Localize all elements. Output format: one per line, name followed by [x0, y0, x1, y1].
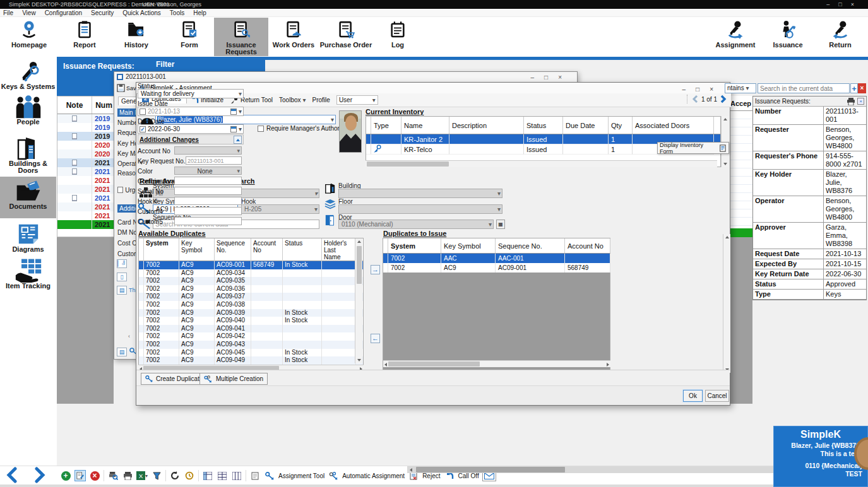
reject-button[interactable]: Reject	[422, 472, 440, 479]
ok-button[interactable]: Ok	[683, 390, 703, 402]
table-row[interactable]: 2021	[57, 176, 116, 185]
move-right-button[interactable]: →	[371, 265, 380, 274]
col-system[interactable]: System	[144, 238, 179, 262]
serial-no-input[interactable]	[174, 187, 242, 195]
duplicate-row[interactable]: 7002AC9AC09-043	[139, 341, 363, 349]
layout-columns-button[interactable]	[231, 470, 242, 481]
color-select[interactable]: None▾	[174, 167, 242, 175]
recipient-select[interactable]: Blazer, Julie (WB8376) ▾	[155, 115, 336, 124]
add-search-button[interactable]: +	[850, 83, 858, 93]
scroll-left-arrow[interactable]: ‹	[128, 333, 130, 339]
window-controls[interactable]: –□×	[826, 0, 863, 9]
table-row[interactable]: 2021	[57, 194, 116, 202]
duplicate-row[interactable]: 7002AC9AC09-001568749In Stock	[139, 261, 363, 269]
profile-select[interactable]: User▾	[336, 95, 378, 105]
col-key-symbol[interactable]: Key Symbol	[441, 238, 496, 253]
door-tool-icon[interactable]: ▏╝	[117, 259, 127, 268]
toolbar-assignment[interactable]: Assignment	[708, 18, 763, 56]
menu-item[interactable]: Configuration	[45, 9, 82, 16]
search-input[interactable]	[758, 83, 850, 93]
assignment-tool-button[interactable]: Assignment Tool	[278, 472, 324, 479]
col-qty[interactable]: Qty	[609, 117, 633, 134]
layout-grid1-button[interactable]	[202, 470, 213, 481]
toolbar-issuance-requests[interactable]: Issuance Requests	[214, 18, 268, 56]
table-row[interactable]: 2021	[57, 202, 116, 211]
col-associated-doors[interactable]: Associated Doors	[633, 117, 714, 134]
filter-button[interactable]: Filter	[156, 60, 174, 69]
col-key-symbol[interactable]: Key Symbol	[179, 238, 215, 262]
print-preview-button[interactable]	[107, 470, 119, 481]
sidebar-item-diagrams[interactable]: Diagrams	[0, 222, 56, 253]
edit-button[interactable]	[74, 470, 86, 481]
save-button[interactable]: Sav	[117, 84, 133, 94]
toolbar-return[interactable]: Return	[813, 18, 867, 56]
to-issue-hscrollbar[interactable]	[383, 360, 610, 367]
toolbar-log[interactable]: Log	[371, 18, 425, 56]
due-date-picker[interactable]: ✓2022-06-30▾	[138, 124, 244, 134]
menu-item[interactable]: Security	[91, 9, 114, 16]
phone-tool-icon[interactable]: ▯	[117, 273, 127, 281]
table-row[interactable]: 2019	[57, 123, 116, 132]
table-row[interactable]: 2021	[57, 185, 116, 194]
delete-button[interactable]: ×	[89, 470, 100, 481]
hook-input[interactable]	[174, 197, 242, 205]
prev-record-icon[interactable]	[691, 95, 699, 103]
col-description[interactable]: Description	[449, 117, 524, 134]
status-select[interactable]: Waiting for delivery▾	[138, 89, 244, 98]
menu-item[interactable]: View	[22, 9, 36, 16]
hook-select[interactable]: H-205▾	[241, 204, 319, 214]
duplicate-row[interactable]: 7002AC9AC09-038	[139, 301, 363, 309]
menu-item[interactable]: Quick Actions	[122, 9, 161, 16]
toolbox-menu[interactable]: Toolbox ▾	[279, 97, 306, 103]
sidebar-item-keys-systems[interactable]: Keys & Systems	[0, 61, 56, 90]
note-tool-icon[interactable]: ▤	[117, 348, 127, 356]
duplicate-row[interactable]: 7002AC9AC09-045In Stock	[139, 349, 363, 357]
move-left-button[interactable]: ←	[371, 334, 380, 343]
prev-page-icon[interactable]	[5, 467, 19, 483]
combination-input[interactable]	[174, 177, 242, 185]
col-holder-last-name[interactable]: Holder's Last Name	[322, 238, 356, 262]
custom5-input[interactable]	[174, 217, 242, 225]
duplicate-row[interactable]: 7002AC9AC09-035	[139, 277, 363, 285]
additional-changes-header[interactable]: Additional Changes	[138, 134, 244, 144]
toolbar-issuance[interactable]: Issuance	[761, 18, 815, 56]
duplicate-row[interactable]: 7002AC9AC09-041	[139, 325, 363, 333]
floor-select[interactable]: ▾	[338, 204, 502, 214]
building-select[interactable]: ▾	[338, 189, 502, 198]
col-name[interactable]: Name	[401, 117, 449, 134]
notes-button[interactable]	[249, 470, 261, 481]
col-account-no[interactable]: Account No	[251, 238, 283, 262]
duplicate-row[interactable]: 7002AC9AC09-034	[139, 269, 363, 278]
account-no-select[interactable]: ▾	[174, 146, 242, 155]
search-operator-select[interactable]: ntains ▾	[725, 83, 756, 93]
issue-row[interactable]: 7002AACAAC-001	[383, 254, 610, 263]
dialog1-window-controls[interactable]: –□×	[531, 73, 572, 81]
filter-funnel-button[interactable]	[151, 470, 162, 481]
duplicate-row[interactable]: 7002AC9AC09-049In Stock	[139, 356, 363, 365]
details-vscrollbar[interactable]	[723, 234, 730, 373]
door-select[interactable]: 0110 (Mechanical)▾	[338, 220, 494, 229]
toolbar-homepage[interactable]: Homepage	[2, 18, 56, 56]
request-dialog-titlebar[interactable]: 20211013-001 –□×	[114, 72, 577, 81]
clear-search-button[interactable]: ×	[858, 83, 866, 93]
layout-grid2-button[interactable]	[217, 470, 228, 481]
toolbar-purchase-order[interactable]: Purchase Order	[319, 18, 373, 56]
menu-item[interactable]: Help	[193, 9, 206, 16]
multiple-creation-button[interactable]: Multiple Creation	[199, 373, 268, 385]
menu-item[interactable]: File	[3, 9, 13, 16]
collapse-panel-icon[interactable]: ×	[857, 98, 864, 105]
duplicate-row[interactable]: 7002AC9AC09-040In Stock	[139, 317, 363, 325]
sidebar-item-item-tracking[interactable]: Item Tracking	[0, 257, 56, 290]
auto-refresh-button[interactable]	[184, 470, 195, 481]
table-row[interactable]: 2021	[57, 167, 116, 176]
available-vscrollbar[interactable]	[355, 238, 362, 363]
automatic-assignment-button[interactable]: Automatic Assignment	[342, 472, 405, 479]
sidebar-item-buildings-doors[interactable]: Buildings & Doors	[0, 135, 56, 174]
issue-date-picker[interactable]: 2021-10-13▾	[138, 107, 244, 116]
menu-item[interactable]: Tools	[170, 9, 184, 16]
toolbar-form[interactable]: Form	[162, 18, 217, 56]
toolbar-work-orders[interactable]: Work Orders	[266, 18, 321, 56]
issue-row[interactable]: 7002AC9AC09-001568749	[383, 263, 610, 273]
table-row[interactable]: 2021	[57, 220, 116, 229]
duplicate-row[interactable]: 7002AC9AC09-042	[139, 332, 363, 341]
